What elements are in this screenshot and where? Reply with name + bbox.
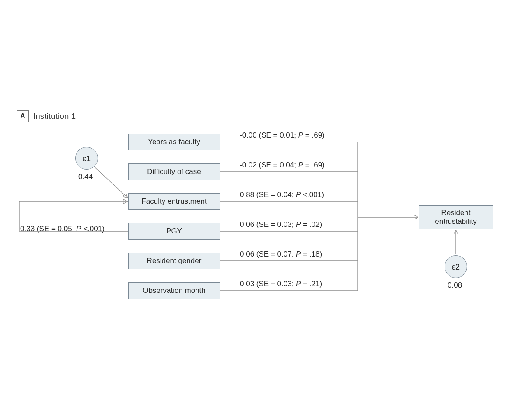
- coef-observation-month: 0.03 (SE = 0.03; P = .21): [240, 280, 322, 288]
- panel-letter-badge: A: [17, 110, 29, 122]
- outcome-label-line1: Resident: [441, 208, 470, 217]
- path-diagram-stage: A Institution 1 ε1 0.44 Years as faculty…: [0, 0, 525, 420]
- box-label: Observation month: [143, 286, 206, 295]
- coef-pgy: 0.06 (SE = 0.03; P = .02): [240, 220, 322, 229]
- error-epsilon-1-value: 0.44: [78, 173, 93, 181]
- box-observation-month: Observation month: [128, 282, 220, 299]
- svg-line-8: [94, 167, 127, 198]
- box-resident-gender: Resident gender: [128, 253, 220, 269]
- box-years-as-faculty: Years as faculty: [128, 134, 220, 150]
- box-label: Years as faculty: [148, 138, 200, 146]
- box-resident-entrustability: Resident entrustability: [419, 205, 493, 229]
- error-epsilon-2-value: 0.08: [448, 281, 462, 290]
- box-label: Faculty entrustment: [141, 197, 206, 206]
- coef-pgy-to-entrustment: 0.33 (SE = 0.05; P <.001): [20, 225, 105, 233]
- box-difficulty-of-case: Difficulty of case: [128, 163, 220, 180]
- coef-years-as-faculty: -0.00 (SE = 0.01; P = .69): [240, 131, 325, 140]
- outcome-label-line2: entrustability: [435, 217, 476, 226]
- coef-faculty-entrustment: 0.88 (SE = 0.04; P <.001): [240, 191, 324, 199]
- error-epsilon-1: ε1: [75, 147, 98, 170]
- error-epsilon-2: ε2: [444, 255, 467, 278]
- box-label: PGY: [166, 227, 182, 236]
- coef-resident-gender: 0.06 (SE = 0.07; P = .18): [240, 250, 322, 259]
- coef-difficulty: -0.02 (SE = 0.04; P = .69): [240, 161, 325, 170]
- panel-title: Institution 1: [33, 111, 76, 121]
- box-pgy: PGY: [128, 223, 220, 240]
- box-faculty-entrustment: Faculty entrustment: [128, 193, 220, 210]
- box-label: Resident gender: [147, 257, 202, 265]
- box-label: Difficulty of case: [147, 167, 201, 176]
